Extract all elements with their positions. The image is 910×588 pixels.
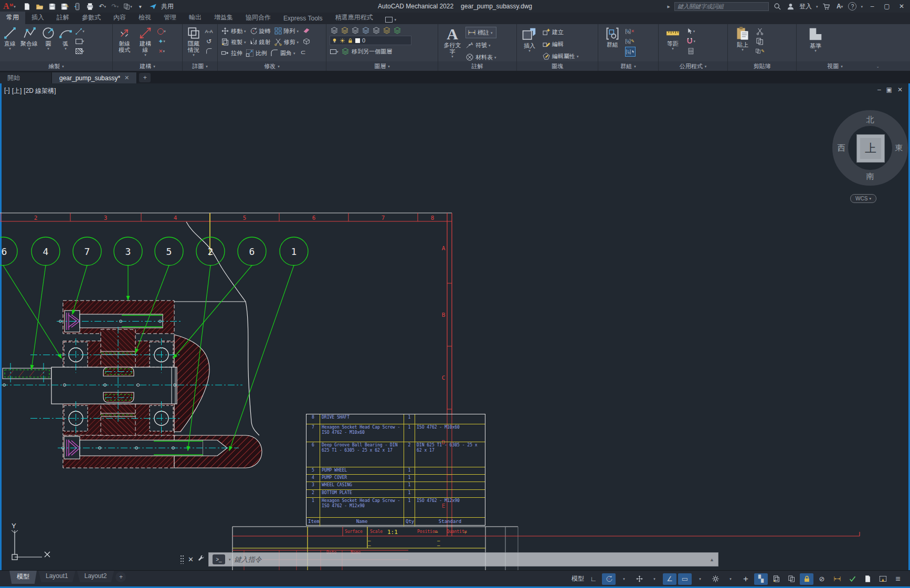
panel-label-layer[interactable]: 圖層▾ <box>326 61 438 71</box>
isolate-objects-icon[interactable]: ⊘ <box>815 573 829 585</box>
annotation-visibility-icon[interactable]: ▚ <box>754 573 768 585</box>
paste-special-icon[interactable]: ✎ <box>755 47 765 56</box>
snap-dropdown-icon[interactable]: ▾ <box>617 573 631 585</box>
qat-customize-button[interactable]: ▾ <box>136 2 145 11</box>
graphics-performance-icon[interactable] <box>861 573 874 585</box>
tab-home[interactable]: 常用 <box>0 12 25 24</box>
scale-button[interactable]: 比例 <box>246 48 267 58</box>
command-bar-grip[interactable] <box>181 555 184 564</box>
polyline-button[interactable]: 聚合線▾ <box>19 26 39 51</box>
file-tab-start[interactable]: 開始 <box>0 72 52 83</box>
layer-lock-icon[interactable] <box>382 26 391 35</box>
detail-clip-icon[interactable] <box>204 47 214 56</box>
layer-isolate-icon[interactable] <box>340 26 350 35</box>
tab-featured-apps[interactable]: 精選應用程式 <box>329 12 379 24</box>
mirror-button[interactable]: 鏡射 <box>249 37 271 47</box>
move-to-layer-button[interactable]: 移到另一個圖層 <box>352 48 392 56</box>
model-tab[interactable]: 模型 <box>9 571 37 584</box>
viewcube-west[interactable]: 西 <box>838 143 845 153</box>
arc-button[interactable]: 弧▾ <box>58 26 73 51</box>
layout1-tab[interactable]: Layout1 <box>38 571 76 582</box>
base-view-button[interactable]: 基準▾ <box>804 26 827 53</box>
object-snap-dropdown-icon[interactable]: ▾ <box>693 573 707 585</box>
tab-collaborate[interactable]: 協同合作 <box>239 12 277 24</box>
panel-label-clipboard[interactable]: 剪貼簿 <box>728 61 796 71</box>
command-history-up-icon[interactable]: ▲ <box>710 557 714 562</box>
isodraft-dropdown-icon[interactable]: ▾ <box>648 573 661 585</box>
visual-style-control[interactable]: [2D 線架構] <box>24 87 56 95</box>
panel-label-group[interactable]: 群組▾ <box>598 61 658 71</box>
hidden-situation-button[interactable]: 隱藏情況▾ <box>184 26 203 57</box>
customization-menu-icon[interactable]: ≡ <box>891 573 905 585</box>
tab-view[interactable]: 檢視 <box>132 12 157 24</box>
copy-clip-icon[interactable] <box>755 37 765 46</box>
group-button[interactable]: 群組 <box>602 26 622 48</box>
offset-button[interactable]: ⊂ <box>299 48 308 57</box>
layer-unisolate-icon[interactable] <box>351 26 360 35</box>
sign-in-dropdown-icon[interactable]: ▾ <box>816 5 818 8</box>
tab-annotate[interactable]: 註解 <box>50 12 76 24</box>
circle-button[interactable]: 圓▾ <box>40 26 56 51</box>
command-prompt-icon[interactable]: >_ <box>213 554 225 564</box>
tab-insert[interactable]: 插入 <box>25 12 50 24</box>
panel-label-detail[interactable]: 詳圖▾ <box>183 61 217 71</box>
centerline-icon[interactable]: ▾ <box>75 27 84 36</box>
drawing-canvas[interactable]: [-] [上] [2D 線架構] – ▣ ✕ 北 南 西 東 上 WCS▾ <box>0 83 910 570</box>
ribbon-collapse-icon[interactable]: ⌄ <box>876 65 880 68</box>
annotation-autoscale-icon[interactable] <box>769 573 783 585</box>
hatch-icon[interactable]: ▾ <box>75 47 84 56</box>
maximize-window-button[interactable]: ▢ <box>882 3 892 10</box>
tab-express-tools[interactable]: Express Tools <box>277 13 329 24</box>
paste-button[interactable]: 貼上▾ <box>733 26 752 52</box>
doc-restore-button[interactable]: ▣ <box>886 86 892 93</box>
construction-line-button[interactable]: 建構線▾ <box>136 26 155 57</box>
model-paper-toggle[interactable]: 模型 <box>570 573 585 585</box>
sign-in-button[interactable]: 登入 <box>799 2 812 11</box>
new-file-button[interactable] <box>23 2 31 11</box>
point-style-icon[interactable]: ✦▾ <box>157 37 166 46</box>
workspace-switch-icon[interactable] <box>845 573 859 585</box>
rotate-button[interactable]: 旋轉 <box>249 26 271 36</box>
share-label[interactable]: 共用 <box>161 2 174 11</box>
view-control[interactable]: [上] <box>12 87 22 95</box>
panel-label-modify[interactable]: 修改▾ <box>218 61 326 71</box>
fillet-button[interactable]: 圓角▾ <box>270 48 295 58</box>
command-input[interactable]: 鍵入指令 <box>234 555 261 564</box>
detail-rotate-icon[interactable]: ↺ <box>204 37 214 46</box>
edit-attributes-button[interactable]: 編輯屬性▾ <box>542 51 579 61</box>
panel-label-view[interactable]: 視圖▾⌄ <box>797 61 910 71</box>
command-recent-dropdown-icon[interactable]: ▾ <box>229 558 231 561</box>
move-button[interactable]: 移動▾ <box>221 26 246 36</box>
explode-button[interactable] <box>302 37 311 46</box>
bom-button[interactable]: 材料表▾ <box>465 52 496 62</box>
copy-button[interactable]: 複製▾ <box>221 37 246 47</box>
annotation-scale-icon[interactable] <box>785 573 798 585</box>
ribbon-display-toggle[interactable]: ▾ <box>381 15 400 24</box>
new-layout-button[interactable]: + <box>115 572 126 582</box>
ungroup-icon[interactable]: ✕ <box>625 27 634 36</box>
view-cube[interactable]: 北 南 西 東 上 WCS▾ <box>831 104 910 209</box>
move-to-layer-icon[interactable] <box>341 47 350 56</box>
erase-construction-icon[interactable]: ✕▾ <box>157 47 166 56</box>
open-file-button[interactable] <box>35 2 44 11</box>
panel-label-utilities[interactable]: 公用程式▾ <box>659 61 727 71</box>
file-tab-drawing[interactable]: gear_pump_subassy*✕ <box>52 72 137 83</box>
search-collapse-icon[interactable]: ▶ <box>668 5 670 8</box>
share-icon[interactable] <box>149 2 157 11</box>
cut-icon[interactable] <box>755 27 765 36</box>
ray-mode-button[interactable]: 射線模式 <box>115 26 134 54</box>
save-button[interactable] <box>48 2 57 11</box>
close-file-tab-icon[interactable]: ✕ <box>124 74 129 81</box>
minimize-window-button[interactable]: – <box>867 3 877 10</box>
autodesk-apps-icon[interactable]: A▾ <box>835 2 844 11</box>
crosshair-icon[interactable]: + <box>739 573 753 585</box>
save-as-button[interactable]: ✎ <box>60 2 69 11</box>
command-bar-wrench-icon[interactable] <box>197 555 205 564</box>
calculator-icon[interactable] <box>686 47 695 56</box>
layer-select-combo[interactable]: 0 <box>330 36 411 45</box>
workspace-gear-icon[interactable] <box>708 573 722 585</box>
help-icon[interactable]: ? <box>848 2 856 10</box>
search-icon[interactable] <box>773 2 782 11</box>
layer-properties-icon[interactable] <box>330 26 339 35</box>
layer-freeze-icon[interactable] <box>361 26 371 35</box>
